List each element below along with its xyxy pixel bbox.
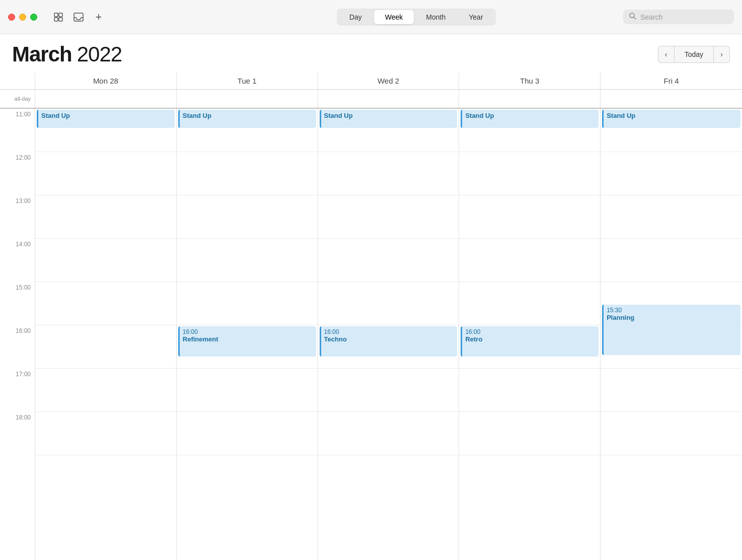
calendar-header: March 2022 ‹ Today › bbox=[0, 34, 742, 73]
wed-13 bbox=[318, 195, 459, 239]
search-input[interactable] bbox=[640, 13, 728, 21]
calendar-month: March bbox=[12, 42, 72, 66]
tue-14 bbox=[177, 239, 318, 282]
tue-17 bbox=[177, 369, 318, 412]
mon-16 bbox=[35, 325, 176, 369]
search-icon bbox=[629, 13, 636, 21]
titlebar: + Day Week Month Year bbox=[0, 0, 742, 34]
event-refinement-title: Refinement bbox=[183, 335, 313, 343]
time-1800: 18:00 bbox=[0, 412, 35, 455]
time-1300: 13:00 bbox=[0, 195, 35, 239]
event-retro-time: 16:00 bbox=[465, 328, 596, 335]
mon-13 bbox=[35, 195, 176, 239]
event-standup-wed-title: Stand Up bbox=[324, 112, 455, 119]
mon-12 bbox=[35, 152, 176, 195]
event-refinement[interactable]: 16:00 Refinement bbox=[178, 326, 316, 357]
thu-17 bbox=[459, 369, 600, 412]
day-header-mon: Mon 28 bbox=[35, 73, 177, 89]
svg-rect-1 bbox=[59, 13, 62, 17]
thu-18 bbox=[459, 412, 600, 455]
event-standup-fri[interactable]: Stand Up bbox=[602, 110, 740, 128]
close-button[interactable] bbox=[8, 14, 15, 21]
event-planning-title: Planning bbox=[607, 314, 737, 321]
event-standup-thu[interactable]: Stand Up bbox=[461, 110, 599, 128]
day-header-wed: Wed 2 bbox=[318, 73, 460, 89]
wed-18 bbox=[318, 412, 459, 455]
time-grid-inner: 11:00 12:00 13:00 14:00 15:00 16:00 17:0… bbox=[0, 109, 742, 560]
calendar-year: 2022 bbox=[77, 42, 122, 66]
day-header-fri: Fri 4 bbox=[601, 73, 742, 89]
view-switcher: Day Week Month Year bbox=[337, 9, 496, 26]
mon-15 bbox=[35, 282, 176, 325]
svg-rect-3 bbox=[59, 18, 62, 21]
fri-12 bbox=[601, 152, 742, 195]
mon-14 bbox=[35, 239, 176, 282]
next-button[interactable]: › bbox=[714, 46, 730, 63]
maximize-button[interactable] bbox=[30, 14, 37, 21]
wed-17 bbox=[318, 369, 459, 412]
tue-16: 16:00 Refinement bbox=[177, 325, 318, 369]
tue-11: Stand Up bbox=[177, 109, 318, 152]
time-1400: 14:00 bbox=[0, 239, 35, 282]
tue-15 bbox=[177, 282, 318, 325]
wed-16: 16:00 Techno bbox=[318, 325, 459, 369]
event-retro[interactable]: 16:00 Retro bbox=[461, 326, 599, 357]
allday-thu bbox=[459, 90, 601, 108]
wed-14 bbox=[318, 239, 459, 282]
allday-mon bbox=[35, 90, 177, 108]
event-planning-time: 15:30 bbox=[607, 307, 737, 314]
fri-16 bbox=[601, 325, 742, 369]
allday-fri bbox=[601, 90, 742, 108]
prev-button[interactable]: ‹ bbox=[658, 46, 674, 63]
event-standup-thu-title: Stand Up bbox=[465, 112, 596, 119]
time-gutter-header bbox=[0, 73, 35, 89]
minimize-button[interactable] bbox=[19, 14, 26, 21]
allday-row: all-day bbox=[0, 90, 742, 109]
tue-18 bbox=[177, 412, 318, 455]
calendar-grid: Mon 28 Tue 1 Wed 2 Thu 3 Fri 4 all-day 1… bbox=[0, 73, 742, 560]
time-grid: 11:00 12:00 13:00 14:00 15:00 16:00 17:0… bbox=[0, 109, 742, 560]
event-standup-mon[interactable]: Stand Up bbox=[37, 110, 175, 128]
event-techno-title: Techno bbox=[324, 335, 455, 343]
search-bar bbox=[623, 10, 734, 24]
day-column-wed: Stand Up 16:00 Techno bbox=[318, 109, 460, 560]
thu-16: 16:00 Retro bbox=[459, 325, 600, 369]
view-day-button[interactable]: Day bbox=[338, 10, 373, 24]
thu-14 bbox=[459, 239, 600, 282]
day-column-thu: Stand Up 16:00 Retro bbox=[459, 109, 601, 560]
traffic-lights bbox=[8, 14, 37, 21]
allday-label: all-day bbox=[0, 90, 35, 108]
event-standup-tue-title: Stand Up bbox=[183, 112, 313, 119]
calendar-grid-icon[interactable] bbox=[51, 10, 65, 24]
thu-12 bbox=[459, 152, 600, 195]
view-year-button[interactable]: Year bbox=[458, 10, 494, 24]
event-refinement-time: 16:00 bbox=[183, 328, 313, 335]
view-month-button[interactable]: Month bbox=[415, 10, 457, 24]
tue-13 bbox=[177, 195, 318, 239]
add-icon[interactable]: + bbox=[92, 10, 106, 24]
event-retro-title: Retro bbox=[465, 335, 596, 343]
event-standup-mon-title: Stand Up bbox=[41, 112, 172, 119]
event-standup-wed[interactable]: Stand Up bbox=[320, 110, 458, 128]
day-headers: Mon 28 Tue 1 Wed 2 Thu 3 Fri 4 bbox=[0, 73, 742, 90]
day-column-tue: Stand Up 16:00 Refinement bbox=[177, 109, 318, 560]
view-week-button[interactable]: Week bbox=[374, 10, 414, 24]
event-standup-tue[interactable]: Stand Up bbox=[178, 110, 316, 128]
today-button[interactable]: Today bbox=[674, 46, 714, 63]
day-header-thu: Thu 3 bbox=[459, 73, 601, 89]
thu-15 bbox=[459, 282, 600, 325]
svg-line-6 bbox=[634, 17, 636, 19]
day-column-fri: Stand Up 15:30 Planning bbox=[601, 109, 742, 560]
fri-14 bbox=[601, 239, 742, 282]
time-1600: 16:00 bbox=[0, 325, 35, 369]
allday-tue bbox=[177, 90, 318, 108]
allday-wed bbox=[318, 90, 460, 108]
time-1200: 12:00 bbox=[0, 152, 35, 195]
day-column-mon: Stand Up bbox=[35, 109, 177, 560]
thu-13 bbox=[459, 195, 600, 239]
wed-11: Stand Up bbox=[318, 109, 459, 152]
svg-rect-0 bbox=[54, 13, 58, 17]
inbox-icon[interactable] bbox=[71, 10, 86, 24]
titlebar-icons: + bbox=[51, 10, 106, 24]
event-techno[interactable]: 16:00 Techno bbox=[320, 326, 458, 357]
